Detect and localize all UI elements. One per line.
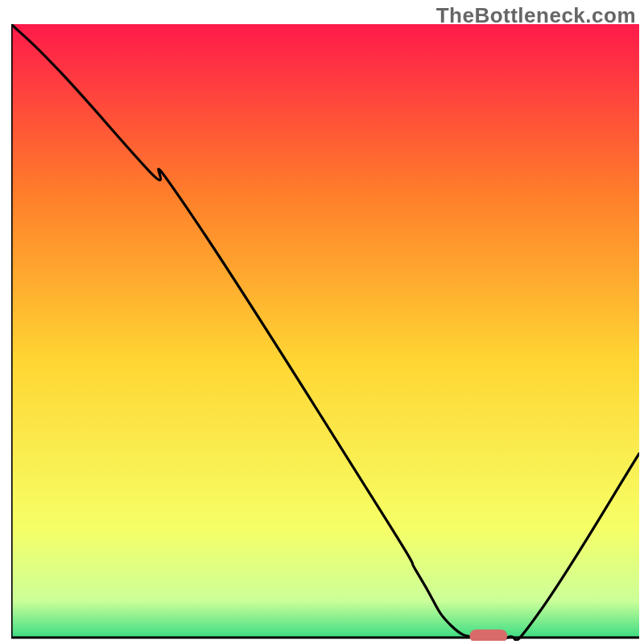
optimal-marker xyxy=(469,630,507,641)
plot-area xyxy=(11,24,639,641)
chart-svg xyxy=(11,24,639,641)
chart-container: TheBottleneck.com xyxy=(0,0,644,644)
gradient-background xyxy=(11,24,639,638)
